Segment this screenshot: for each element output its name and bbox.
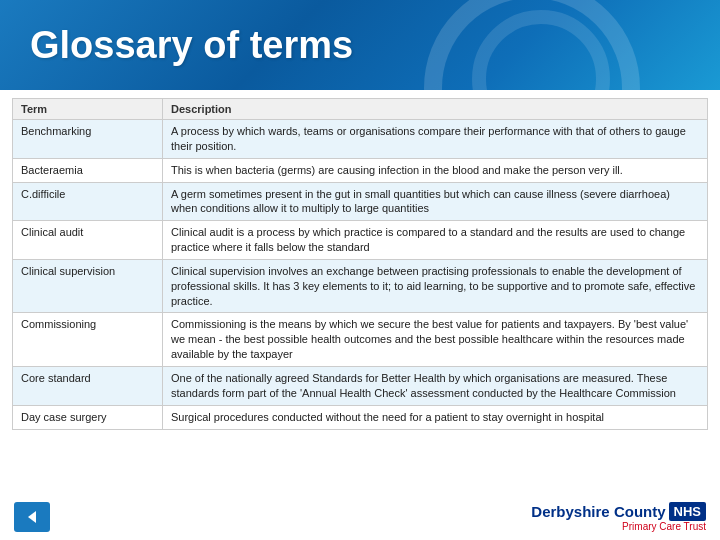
description-cell: One of the nationally agreed Standards f… [163, 366, 708, 405]
page-title: Glossary of terms [30, 24, 353, 67]
term-cell: Benchmarking [13, 120, 163, 159]
description-cell: Surgical procedures conducted without th… [163, 405, 708, 429]
table-header-row: Term Description [13, 99, 708, 120]
col-description: Description [163, 99, 708, 120]
logo-top-row: Derbyshire County NHS [531, 502, 706, 521]
term-cell: C.difficile [13, 182, 163, 221]
col-term: Term [13, 99, 163, 120]
glossary-table: Term Description BenchmarkingA process b… [12, 98, 708, 430]
term-cell: Day case surgery [13, 405, 163, 429]
term-cell: Commissioning [13, 313, 163, 367]
footer: Derbyshire County NHS Primary Care Trust [0, 502, 720, 532]
glossary-table-container: Term Description BenchmarkingA process b… [0, 90, 720, 430]
nhs-badge: NHS [669, 502, 706, 521]
description-cell: Commissioning is the means by which we s… [163, 313, 708, 367]
term-cell: Clinical supervision [13, 259, 163, 313]
description-cell: A germ sometimes present in the gut in s… [163, 182, 708, 221]
svg-marker-0 [28, 511, 36, 523]
table-row: CommissioningCommissioning is the means … [13, 313, 708, 367]
table-row: Clinical supervisionClinical supervision… [13, 259, 708, 313]
table-row: BenchmarkingA process by which wards, te… [13, 120, 708, 159]
table-row: Clinical auditClinical audit is a proces… [13, 221, 708, 260]
table-row: Core standardOne of the nationally agree… [13, 366, 708, 405]
back-icon [24, 509, 40, 525]
description-cell: Clinical audit is a process by which pra… [163, 221, 708, 260]
page-header: Glossary of terms [0, 0, 720, 90]
table-row: BacteraemiaThis is when bacteria (germs)… [13, 158, 708, 182]
nav-back-button[interactable] [14, 502, 50, 532]
term-cell: Core standard [13, 366, 163, 405]
logo-sub-text: Primary Care Trust [622, 521, 706, 532]
logo-area: Derbyshire County NHS Primary Care Trust [531, 502, 706, 532]
description-cell: This is when bacteria (germs) are causin… [163, 158, 708, 182]
description-cell: Clinical supervision involves an exchang… [163, 259, 708, 313]
term-cell: Bacteraemia [13, 158, 163, 182]
table-row: C.difficileA germ sometimes present in t… [13, 182, 708, 221]
logo-derbyshire-text: Derbyshire County [531, 503, 665, 520]
table-row: Day case surgerySurgical procedures cond… [13, 405, 708, 429]
term-cell: Clinical audit [13, 221, 163, 260]
description-cell: A process by which wards, teams or organ… [163, 120, 708, 159]
